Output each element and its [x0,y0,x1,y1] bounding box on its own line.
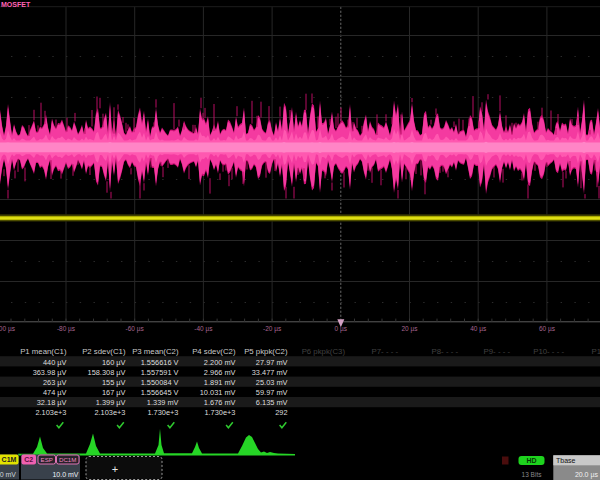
svg-text:440 µV: 440 µV [43,358,67,367]
svg-text:33.477 mV: 33.477 mV [252,368,288,377]
svg-text:6.135 mV: 6.135 mV [256,398,288,407]
svg-text:P2 sdev(C1): P2 sdev(C1) [82,347,126,356]
svg-text:P5 pkpk(C2): P5 pkpk(C2) [244,347,288,356]
svg-text:263 µV: 263 µV [43,378,67,387]
svg-text:P1: P1 [591,347,600,356]
svg-text:HD: HD [526,457,536,464]
svg-text:20.0 µs: 20.0 µs [575,471,599,479]
svg-text:2.200 mV: 2.200 mV [204,358,236,367]
svg-text:2.103e+3: 2.103e+3 [94,408,125,417]
svg-text:10.031 mV: 10.031 mV [200,388,236,397]
svg-text:27.97 mV: 27.97 mV [256,358,288,367]
svg-text:13 Bits: 13 Bits [522,471,543,478]
svg-text:P8- - - -: P8- - - - [432,347,459,356]
svg-text:-80 µs: -80 µs [57,325,76,333]
svg-text:P4 sdev(C2): P4 sdev(C2) [192,347,236,356]
svg-text:Tbase: Tbase [556,457,576,464]
svg-text:1.556645 V: 1.556645 V [141,388,179,397]
svg-text:1.339 mV: 1.339 mV [147,398,179,407]
svg-text:1.556616 V: 1.556616 V [141,358,179,367]
svg-text:P1 mean(C1): P1 mean(C1) [20,347,67,356]
svg-text:+: + [112,463,118,475]
svg-text:C1M: C1M [2,456,17,463]
svg-text:363.98 µV: 363.98 µV [33,368,67,377]
svg-text:P3 mean(C2): P3 mean(C2) [132,347,179,356]
svg-text:-40 µs: -40 µs [194,325,213,333]
svg-text:1.399 µV: 1.399 µV [96,398,126,407]
svg-text:10.0 mV: 10.0 mV [52,471,78,478]
svg-text:292: 292 [275,408,287,417]
svg-text:-20 µs: -20 µs [263,325,282,333]
svg-text:P6 pkpk(C3): P6 pkpk(C3) [302,347,346,356]
svg-text:MOSFET: MOSFET [1,1,31,8]
svg-text:-100 µs: -100 µs [0,325,16,333]
svg-text:C2: C2 [24,456,33,463]
svg-text:P7- - - -: P7- - - - [372,347,399,356]
svg-text:P10- - - -: P10- - - - [533,347,564,356]
svg-text:10.0 mV: 10.0 mV [0,471,16,478]
svg-text:474 µV: 474 µV [43,388,67,397]
svg-text:32.18 µV: 32.18 µV [37,398,67,407]
svg-text:155 µV: 155 µV [102,378,126,387]
svg-text:1.730e+3: 1.730e+3 [147,408,178,417]
svg-text:160 µV: 160 µV [102,358,126,367]
svg-text:20 µs: 20 µs [401,325,418,333]
svg-text:P9- - - -: P9- - - - [484,347,511,356]
svg-text:167 µV: 167 µV [102,388,126,397]
svg-text:1.550084 V: 1.550084 V [141,378,179,387]
svg-text:2.966 mV: 2.966 mV [204,368,236,377]
svg-text:1.676 mV: 1.676 mV [204,398,236,407]
svg-text:1.730e+3: 1.730e+3 [204,408,235,417]
svg-text:25.03 mV: 25.03 mV [256,378,288,387]
svg-text:158.308 µV: 158.308 µV [88,368,126,377]
svg-text:ESP: ESP [41,456,53,463]
svg-text:2.103e+3: 2.103e+3 [35,408,66,417]
svg-text:59.97 mV: 59.97 mV [256,388,288,397]
svg-text:1.557591 V: 1.557591 V [141,368,179,377]
svg-text:DC1M: DC1M [59,456,77,463]
svg-text:-60 µs: -60 µs [126,325,145,333]
svg-text:1.891 mV: 1.891 mV [204,378,236,387]
svg-text:40 µs: 40 µs [470,325,487,333]
svg-text:60 µs: 60 µs [539,325,556,333]
svg-text:0 µs: 0 µs [335,325,348,333]
